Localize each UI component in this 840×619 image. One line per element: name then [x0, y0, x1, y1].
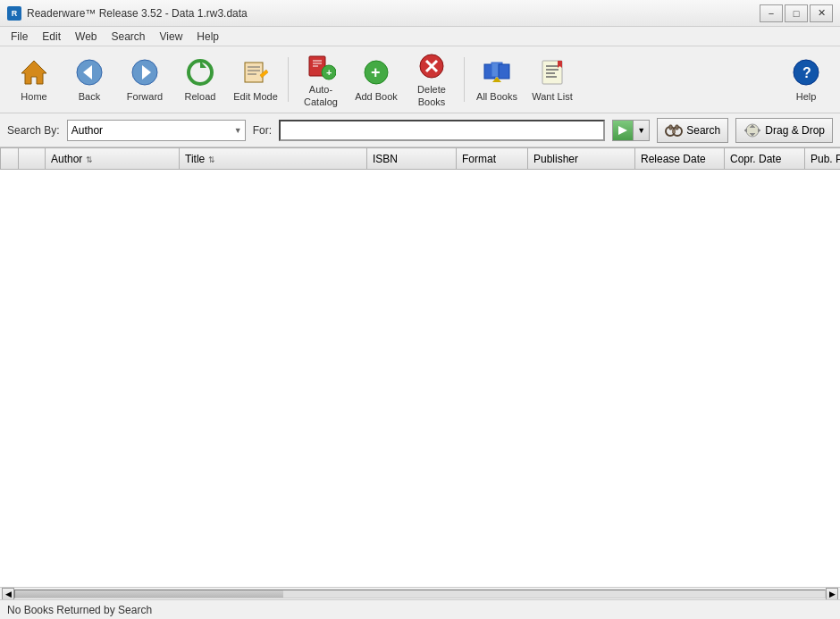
all-books-button[interactable]: All Books: [470, 51, 524, 109]
col-header-num[interactable]: [19, 148, 46, 170]
title-bar-left: R Readerware™ Release 3.52 - Data 1.rw3.…: [7, 6, 248, 21]
svg-rect-40: [676, 125, 678, 130]
auto-catalog-icon: +: [305, 51, 337, 81]
reload-label: Reload: [185, 91, 216, 103]
search-button[interactable]: Search: [657, 118, 728, 143]
search-input[interactable]: [279, 120, 605, 141]
title-bar-buttons: − □ ✕: [760, 4, 833, 22]
edit-mode-button[interactable]: Edit Mode: [229, 51, 282, 109]
col-header-checkbox[interactable]: [1, 148, 19, 170]
window-title: Readerware™ Release 3.52 - Data 1.rw3.da…: [27, 7, 248, 20]
menu-file[interactable]: File: [4, 27, 35, 46]
home-button[interactable]: Home: [7, 51, 61, 109]
title-bar: R Readerware™ Release 3.52 - Data 1.rw3.…: [0, 0, 840, 27]
add-book-label: Add Book: [355, 91, 398, 103]
data-table: Author ⇅ Title ⇅ ISBN Format Publisher R…: [0, 147, 840, 170]
search-by-wrapper: Author Title ISBN Publisher Format: [67, 120, 246, 141]
drag-drop-icon: [743, 122, 761, 138]
back-label: Back: [79, 91, 100, 103]
menu-view[interactable]: View: [153, 27, 190, 46]
all-books-label: All Books: [476, 91, 517, 103]
want-list-label: Want List: [532, 91, 572, 103]
col-header-pub-place[interactable]: Pub. Place: [805, 148, 841, 170]
home-label: Home: [21, 91, 46, 103]
svg-rect-39: [669, 125, 672, 130]
search-addon: ▼: [612, 120, 650, 141]
author-sort-icon: ⇅: [86, 155, 93, 164]
svg-text:+: +: [326, 67, 332, 78]
back-button[interactable]: Back: [63, 51, 116, 109]
col-header-isbn[interactable]: ISBN: [367, 148, 457, 170]
scrollbar-track[interactable]: [14, 590, 826, 598]
home-icon: [18, 56, 50, 88]
table-container[interactable]: Author ⇅ Title ⇅ ISBN Format Publisher R…: [0, 147, 840, 587]
app-icon: R: [7, 6, 21, 21]
forward-label: Forward: [127, 91, 163, 103]
menu-web[interactable]: Web: [68, 27, 104, 46]
for-label: For:: [253, 124, 272, 137]
minimize-button[interactable]: −: [760, 4, 783, 22]
back-icon: [73, 56, 105, 88]
title-sort-icon: ⇅: [208, 155, 215, 164]
svg-marker-0: [21, 61, 46, 84]
col-header-format[interactable]: Format: [457, 148, 528, 170]
search-by-dropdown[interactable]: Author Title ISBN Publisher Format: [67, 120, 246, 141]
col-header-publisher[interactable]: Publisher: [528, 148, 635, 170]
scroll-right-button[interactable]: ▶: [826, 588, 838, 600]
status-message: No Books Returned by Search: [7, 604, 152, 616]
toolbar-separator-2: [464, 57, 465, 102]
svg-rect-25: [499, 64, 509, 79]
col-header-title[interactable]: Title ⇅: [180, 148, 367, 170]
search-bar: Search By: Author Title ISBN Publisher F…: [0, 113, 840, 147]
delete-books-label: Delete Books: [409, 84, 454, 107]
status-bar: No Books Returned by Search: [0, 599, 840, 619]
add-book-button[interactable]: + Add Book: [349, 51, 403, 109]
reload-icon: [184, 56, 216, 88]
help-label: Help: [796, 91, 817, 103]
addon-dropdown-button[interactable]: ▼: [633, 121, 649, 140]
search-by-label: Search By:: [7, 124, 60, 137]
table-header: Author ⇅ Title ⇅ ISBN Format Publisher R…: [1, 148, 841, 170]
delete-books-icon: [416, 51, 448, 81]
want-list-button[interactable]: Want List: [525, 51, 579, 109]
help-icon: ?: [790, 56, 822, 88]
reload-button[interactable]: Reload: [173, 51, 227, 109]
svg-rect-7: [245, 63, 263, 82]
search-button-label: Search: [686, 124, 720, 137]
edit-mode-icon: [239, 56, 272, 88]
want-list-icon: [536, 56, 568, 88]
drag-drop-label: Drag & Drop: [765, 124, 825, 137]
all-books-icon: [481, 56, 513, 88]
drag-drop-button[interactable]: Drag & Drop: [735, 118, 833, 143]
binoculars-icon: [665, 122, 683, 138]
help-button[interactable]: ? Help: [779, 51, 833, 109]
toolbar-separator-1: [288, 57, 289, 102]
svg-text:?: ?: [802, 65, 811, 80]
scroll-left-button[interactable]: ◀: [2, 588, 14, 600]
svg-marker-35: [618, 126, 627, 135]
maximize-button[interactable]: □: [785, 4, 808, 22]
scrollbar-thumb[interactable]: [15, 590, 283, 598]
forward-button[interactable]: Forward: [118, 51, 172, 109]
add-book-icon: +: [360, 56, 392, 88]
close-button[interactable]: ✕: [810, 4, 833, 22]
auto-catalog-label: Auto-Catalog: [298, 84, 343, 107]
delete-books-button[interactable]: Delete Books: [405, 51, 458, 109]
menu-search[interactable]: Search: [105, 27, 153, 46]
edit-mode-label: Edit Mode: [233, 91, 278, 103]
menu-bar: File Edit Web Search View Help: [0, 27, 840, 46]
addon-green-button[interactable]: [613, 121, 633, 140]
col-header-author[interactable]: Author ⇅: [46, 148, 180, 170]
toolbar: Home Back Forward Reload: [0, 46, 840, 113]
scrollbar-container: ◀ ▶: [0, 587, 840, 599]
menu-edit[interactable]: Edit: [35, 27, 68, 46]
svg-rect-38: [672, 130, 676, 133]
menu-help[interactable]: Help: [189, 27, 226, 46]
auto-catalog-button[interactable]: + Auto-Catalog: [294, 51, 348, 109]
col-header-copr-date[interactable]: Copr. Date: [725, 148, 805, 170]
forward-icon: [129, 56, 161, 88]
svg-text:+: +: [371, 63, 381, 81]
col-header-release-date[interactable]: Release Date: [635, 148, 725, 170]
